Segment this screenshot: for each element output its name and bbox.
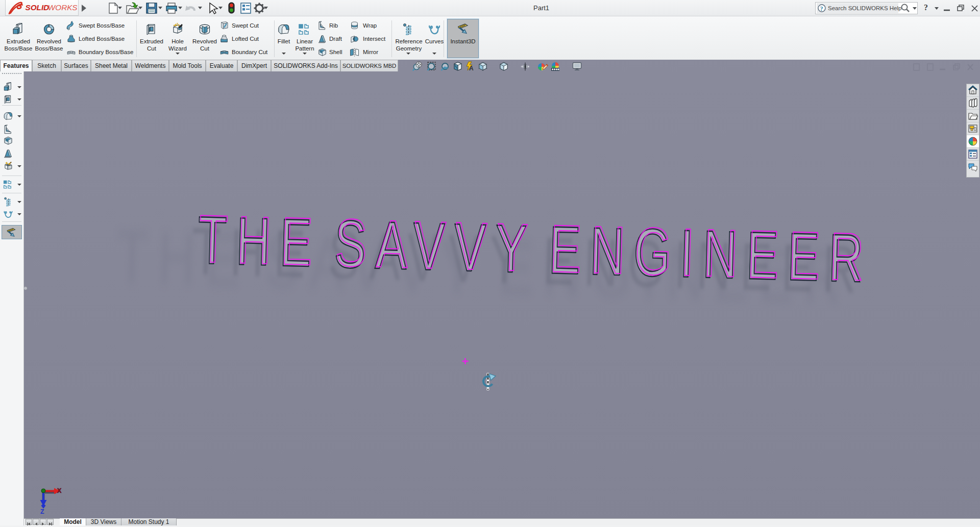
svg-text:A: A [469,65,474,72]
svg-text:X: X [57,487,62,494]
svg-text:Z: Z [40,508,44,515]
